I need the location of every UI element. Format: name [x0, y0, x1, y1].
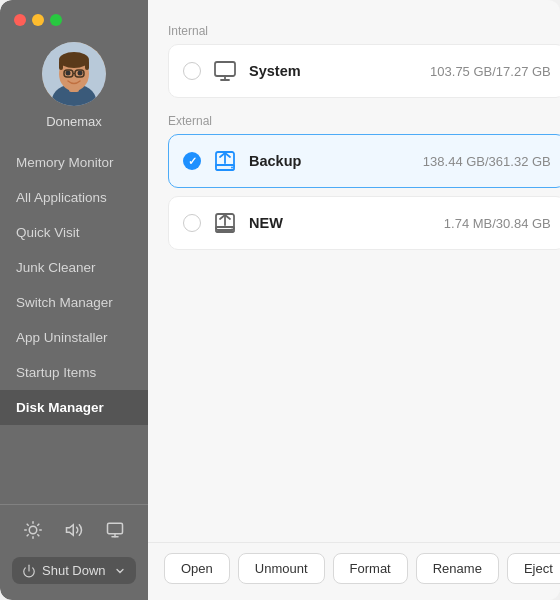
traffic-lights [0, 0, 148, 26]
disk-item-backup[interactable]: Backup 138.44 GB/361.32 GB [168, 134, 560, 188]
svg-point-4 [59, 52, 89, 68]
sidebar-bottom: Shut Down [0, 504, 148, 600]
eject-button[interactable]: Eject [507, 553, 560, 584]
unmount-button[interactable]: Unmount [238, 553, 325, 584]
svg-line-15 [27, 524, 28, 525]
svg-line-19 [27, 535, 28, 536]
avatar-area: Donemax [0, 26, 148, 141]
sidebar-item-app-uninstaller[interactable]: App Uninstaller [0, 320, 148, 355]
svg-marker-21 [66, 525, 73, 536]
disk-item-system[interactable]: System 103.75 GB/17.27 GB [168, 44, 560, 98]
svg-rect-6 [85, 60, 89, 70]
svg-point-36 [231, 229, 233, 231]
content-area: Internal System 103.75 GB/17.27 GB Exter… [148, 0, 560, 542]
maximize-button[interactable] [50, 14, 62, 26]
internal-section-label: Internal [168, 24, 560, 38]
disk-size-system: 103.75 GB/17.27 GB [430, 64, 551, 79]
disk-item-new[interactable]: NEW 1.74 MB/30.84 GB [168, 196, 560, 250]
format-button[interactable]: Format [333, 553, 408, 584]
volume-icon[interactable] [61, 517, 87, 547]
svg-point-32 [231, 167, 233, 169]
nav-items: Memory Monitor All Applications Quick Vi… [0, 141, 148, 504]
bottom-bar: Open Unmount Format Rename Eject [148, 542, 560, 600]
disk-radio-new[interactable] [183, 214, 201, 232]
disk-name-backup: Backup [249, 153, 423, 169]
svg-point-8 [78, 71, 83, 76]
disk-radio-backup[interactable] [183, 152, 201, 170]
svg-rect-5 [59, 60, 63, 70]
username-label: Donemax [46, 114, 102, 129]
sidebar-item-junk-cleaner[interactable]: Junk Cleaner [0, 250, 148, 285]
minimize-button[interactable] [32, 14, 44, 26]
shutdown-button[interactable]: Shut Down [12, 557, 136, 584]
disk-icon-system [211, 57, 239, 85]
main-content: Internal System 103.75 GB/17.27 GB Exter… [148, 0, 560, 600]
svg-line-16 [37, 535, 38, 536]
avatar [42, 42, 106, 106]
open-button[interactable]: Open [164, 553, 230, 584]
disk-name-system: System [249, 63, 430, 79]
sidebar-item-disk-manager[interactable]: Disk Manager [0, 390, 148, 425]
disk-icon-backup [211, 147, 239, 175]
svg-point-7 [66, 71, 71, 76]
svg-point-12 [29, 526, 37, 534]
sidebar-item-memory-monitor[interactable]: Memory Monitor [0, 145, 148, 180]
brightness-icon[interactable] [20, 517, 46, 547]
external-section-label: External [168, 114, 560, 128]
disk-icon-new [211, 209, 239, 237]
sidebar-item-quick-visit[interactable]: Quick Visit [0, 215, 148, 250]
close-button[interactable] [14, 14, 26, 26]
disk-size-backup: 138.44 GB/361.32 GB [423, 154, 551, 169]
sidebar: Donemax Memory Monitor All Applications … [0, 0, 148, 600]
display-icon[interactable] [102, 517, 128, 547]
disk-size-new: 1.74 MB/30.84 GB [444, 216, 551, 231]
shutdown-label: Shut Down [42, 563, 106, 578]
disk-name-new: NEW [249, 215, 444, 231]
sidebar-item-startup-items[interactable]: Startup Items [0, 355, 148, 390]
svg-rect-26 [215, 62, 235, 76]
svg-rect-22 [108, 523, 123, 534]
rename-button[interactable]: Rename [416, 553, 499, 584]
disk-radio-system[interactable] [183, 62, 201, 80]
sidebar-item-all-applications[interactable]: All Applications [0, 180, 148, 215]
sidebar-item-switch-manager[interactable]: Switch Manager [0, 285, 148, 320]
icon-row [12, 517, 136, 547]
svg-line-20 [37, 524, 38, 525]
